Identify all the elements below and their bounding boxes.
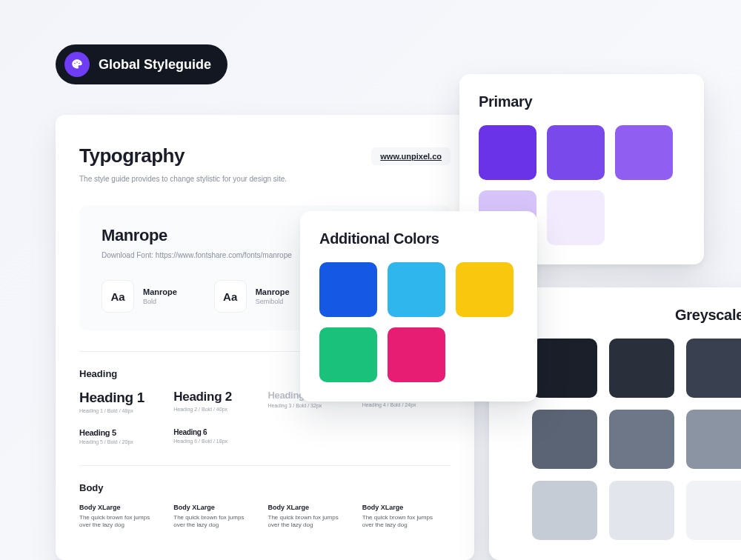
body-example: Body XLargeThe quick brown fox jumps ove…	[79, 504, 167, 530]
font-label: Manrope	[256, 287, 290, 296]
typography-subtitle: The style guide provides to change styli…	[79, 175, 451, 183]
swatch	[609, 339, 674, 398]
divider	[79, 465, 451, 466]
card-title: Additional Colors	[319, 230, 518, 247]
svg-point-2	[79, 63, 80, 64]
swatch	[479, 125, 536, 180]
swatch	[532, 481, 597, 540]
body-example: Body XLargeThe quick brown fox jumps ove…	[268, 504, 356, 530]
swatch	[456, 262, 514, 317]
swatch	[615, 125, 673, 180]
swatch	[319, 327, 377, 382]
swatch	[609, 481, 674, 540]
badge-label: Global Styleguide	[99, 57, 211, 73]
swatch	[609, 410, 674, 469]
additional-colors-card: Additional Colors	[300, 211, 537, 401]
font-label: Manrope	[143, 287, 177, 296]
palette-icon	[64, 52, 90, 77]
heading-example: Heading 6Heading 6 / Bold / 18px	[173, 428, 262, 444]
swatch	[547, 125, 605, 180]
font-weight-chip: Aa Manrope Bold	[102, 280, 204, 313]
swatch	[532, 410, 597, 469]
swatch	[686, 481, 741, 540]
swatch	[388, 327, 445, 382]
swatch	[547, 190, 605, 245]
heading-example: Heading 1Heading 1 / Bold / 48px	[79, 390, 167, 413]
swatch	[686, 339, 741, 398]
font-preview-icon: Aa	[214, 280, 247, 313]
swatch	[388, 262, 445, 317]
font-weight-label: Bold	[143, 298, 177, 305]
badge: Global Styleguide	[56, 44, 227, 84]
body-section-title: Body	[79, 482, 451, 493]
swatch	[686, 410, 741, 469]
swatch	[532, 339, 597, 398]
swatch	[319, 262, 377, 317]
typography-title: Typography	[79, 144, 185, 167]
site-link[interactable]: www.unpixel.co	[371, 147, 451, 165]
svg-point-0	[74, 63, 76, 64]
body-example: Body XLargeThe quick brown fox jumps ove…	[362, 504, 451, 530]
card-title: Primary	[479, 93, 685, 110]
card-title: Greyscale	[508, 307, 741, 324]
heading-example: Heading 2Heading 2 / Bold / 40px	[173, 390, 262, 413]
body-example: Body XLargeThe quick brown fox jumps ove…	[173, 504, 262, 530]
font-preview-icon: Aa	[102, 280, 134, 313]
svg-point-1	[76, 61, 78, 63]
font-weight-label: Semibold	[256, 298, 290, 305]
heading-example: Heading 5Heading 5 / Bold / 20px	[79, 428, 167, 444]
